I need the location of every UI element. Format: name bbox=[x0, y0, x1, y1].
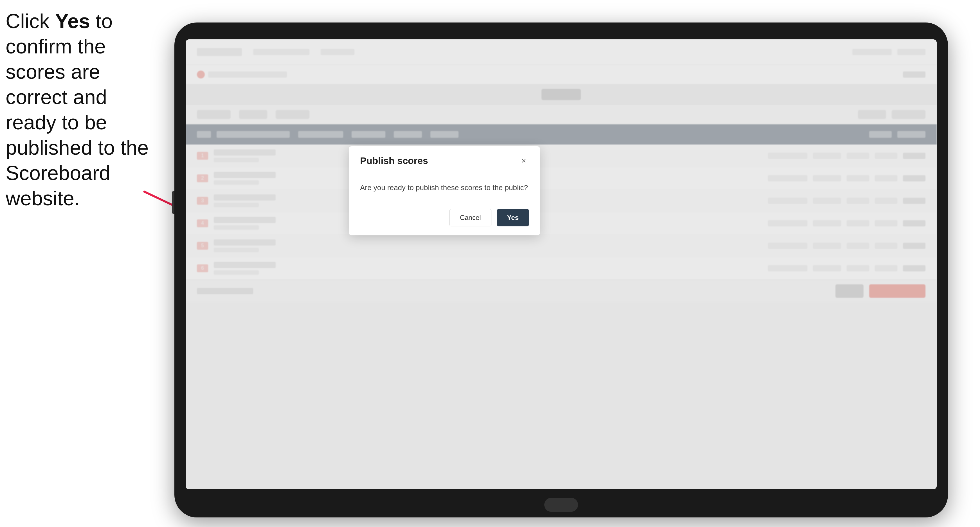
tablet-device: 1 2 bbox=[174, 22, 948, 517]
cancel-button[interactable]: Cancel bbox=[450, 209, 492, 226]
modal-footer: Cancel Yes bbox=[349, 202, 540, 235]
tablet-home-bar bbox=[544, 498, 578, 512]
tablet-side-button bbox=[172, 191, 174, 214]
annotation-text: Click Yes to confirm the scores are corr… bbox=[6, 8, 163, 211]
annotation-bold: Yes bbox=[55, 10, 90, 32]
yes-button[interactable]: Yes bbox=[497, 209, 529, 226]
modal-header: Publish scores × bbox=[349, 146, 540, 173]
modal-close-button[interactable]: × bbox=[519, 156, 529, 166]
modal-message: Are you ready to publish these scores to… bbox=[360, 182, 529, 193]
modal-overlay: Publish scores × Are you ready to publis… bbox=[186, 40, 937, 489]
publish-scores-modal: Publish scores × Are you ready to publis… bbox=[349, 146, 540, 235]
modal-title: Publish scores bbox=[360, 155, 428, 166]
annotation-suffix: to confirm the scores are correct and re… bbox=[6, 10, 148, 210]
annotation-prefix: Click bbox=[6, 10, 55, 32]
modal-body: Are you ready to publish these scores to… bbox=[349, 173, 540, 202]
tablet-screen: 1 2 bbox=[186, 40, 937, 489]
